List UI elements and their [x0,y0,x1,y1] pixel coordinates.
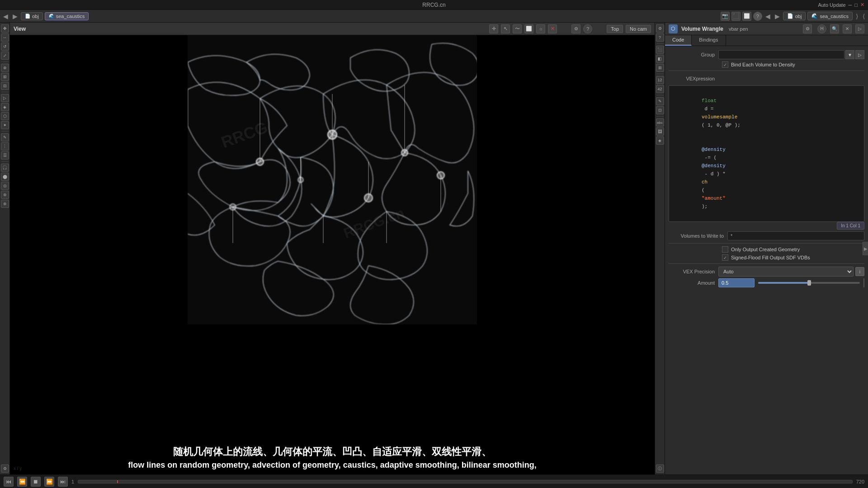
tool-8[interactable]: ✎ [1,133,9,141]
tab-sea-caustics[interactable]: 🌊 sea_caustics [45,12,89,20]
tool-bottom-1[interactable]: ⚙ [1,465,9,473]
tool-13[interactable]: ◎ [1,182,9,190]
right-tab-obj[interactable]: 📄 obj [783,12,806,20]
tool-14[interactable]: ⊚ [1,191,9,199]
viewport-container: View ✛ ↖ 〜 ⬜ ○ ✕ ⚙ ? Top No cam [10,23,655,474]
volumes-input[interactable] [727,231,864,240]
right-tab-sea[interactable]: 🌊 sea_caustics [807,12,853,20]
rp-tabs: Code Bindings [665,35,868,46]
play-stop-btn[interactable]: ⏹ [31,477,41,487]
amount-slider[interactable] [758,282,860,284]
rs-tool-4[interactable]: ◧ [656,55,664,63]
group-arrow-btn[interactable]: ▷ [855,50,864,59]
render2-btn[interactable]: ⬜ [742,12,751,21]
rp-help-btn[interactable]: H [817,24,826,33]
vp-tool-arrow[interactable]: ↖ [501,24,510,33]
nav-fwd2[interactable]: ▶ [774,13,781,20]
panel-collapse-arrow[interactable]: ▶ [863,242,868,255]
tab-code[interactable]: Code [665,35,692,46]
vp-tool-circle[interactable]: ○ [536,24,545,33]
nav-forward-btn[interactable]: ▶ [11,13,19,20]
vp-top-label[interactable]: Top [607,25,623,33]
rs-tool-info[interactable]: ⓘ [656,465,664,473]
rs-tool-abc[interactable]: abc [656,118,664,127]
play-next-btn[interactable]: ⏩ [44,477,54,487]
rs-tool-6[interactable]: 12 [656,76,664,84]
tool-1[interactable]: ⊕ [1,64,9,72]
tool-5[interactable]: ◈ [1,103,9,111]
rs-tool-1[interactable]: ⚙ [656,24,664,33]
viewport-canvas[interactable]: RRCG RRCG.cn x / y 随机几何体上的流线、几何体的平流、凹凸、自… [10,35,655,474]
nav-collapse[interactable]: ⟨ [861,13,866,20]
amount-input[interactable] [718,278,755,287]
tool-9[interactable]: ⋮ [1,142,9,150]
tool-12[interactable]: ⬤ [1,173,9,181]
tool-15[interactable]: ⊛ [1,200,9,208]
rp-search-btn[interactable]: 🔍 [830,24,839,33]
tool-scale[interactable]: ⤢ [1,52,9,60]
nav-expand[interactable]: ⟩ [854,13,859,20]
group-input[interactable] [718,50,844,59]
vp-settings-btn[interactable]: ⚙ [571,24,580,33]
rs-tool-5[interactable]: ⊞ [656,64,664,72]
rs-sep-3 [656,95,664,95]
title-minimize-btn[interactable]: ─ [849,2,852,8]
only-output-checkbox[interactable] [722,246,728,253]
help-btn[interactable]: ? [753,12,762,21]
rs-tool-geo[interactable]: ◈ [656,136,664,145]
rs-tool-9[interactable]: ⊡ [656,106,664,114]
volumes-row: Volumes to Write to [669,231,864,240]
rp-expand-btn[interactable]: ▷ [855,24,864,33]
rs-tool-7[interactable]: 42 [656,85,664,93]
vex-precision-info[interactable]: i [855,267,864,276]
tool-3[interactable]: ⊟ [1,82,9,90]
tool-10[interactable]: ☰ [1,151,9,160]
tool-select[interactable]: ✤ [1,24,9,33]
vp-nocam-label[interactable]: No cam [626,25,651,33]
render-btn[interactable]: ⬛ [731,12,741,21]
play-end-btn[interactable]: ⏭ [58,477,68,487]
title-close-btn[interactable]: ✕ [860,2,864,8]
code-args: ( 1, 0, @P ); [702,122,741,128]
code-line-2: @density -= ( @density - d ) * ch ( "amo… [672,137,861,219]
signed-flood-checkbox[interactable]: ✓ [722,254,728,261]
slider-handle[interactable] [807,280,811,286]
vex-precision-select[interactable]: Auto [718,267,854,277]
amount-label: Amount [669,280,718,286]
tool-rotate[interactable]: ↺ [1,42,9,51]
vp-tool-curve[interactable]: 〜 [513,24,522,33]
tab-obj[interactable]: 📄 obj [21,12,43,20]
tool-6[interactable]: ⬡ [1,112,9,120]
bind-each-checkbox[interactable]: ✓ [722,61,728,68]
line-col-row: In 1 Col 1 [669,222,864,230]
rp-title: Volume Wrangle [681,26,723,32]
vp-help-btn[interactable]: ? [583,24,592,33]
vp-tool-x[interactable]: ✕ [548,24,557,33]
rs-tool-3[interactable]: ⬛ [656,46,664,54]
rs-tool-8[interactable]: ✎ [656,97,664,105]
play-prev-btn[interactable]: ⏪ [17,477,27,487]
tool-move[interactable]: ↔ [1,33,9,42]
tool-2[interactable]: ⊞ [1,73,9,81]
nav-back-btn[interactable]: ◀ [2,13,9,20]
rs-tool-2[interactable]: ? [656,33,664,42]
tab-bindings[interactable]: Bindings [692,35,726,46]
rp-settings-btn[interactable]: ⚙ [803,24,812,33]
signed-flood-row: ✓ Signed-Flood Fill Output SDF VDBs [722,254,864,261]
play-start-btn[interactable]: ⏮ [4,477,14,487]
tool-7[interactable]: ✦ [1,121,9,129]
camera-btn[interactable]: 📷 [721,12,730,21]
title-maximize-btn[interactable]: □ [854,2,858,8]
rp-close-btn[interactable]: ✕ [843,24,852,33]
group-dropdown-btn[interactable]: ▼ [845,50,854,59]
tool-4[interactable]: ▷ [1,94,9,102]
rs-tool-img[interactable]: 🖼 [656,127,664,136]
toolbar-sep-3 [1,131,9,131]
nav-back2[interactable]: ◀ [764,13,772,20]
vp-tool-cursor[interactable]: ✛ [489,24,498,33]
tool-11[interactable]: 🎧 [1,164,9,172]
timeline-bar[interactable] [78,480,853,483]
code-editor[interactable]: float d = volumesample ( 1, 0, @P ); @de… [669,85,864,222]
vp-tool-box[interactable]: ⬜ [524,24,533,33]
bind-each-row: ✓ Bind Each Volume to Density [722,61,864,68]
